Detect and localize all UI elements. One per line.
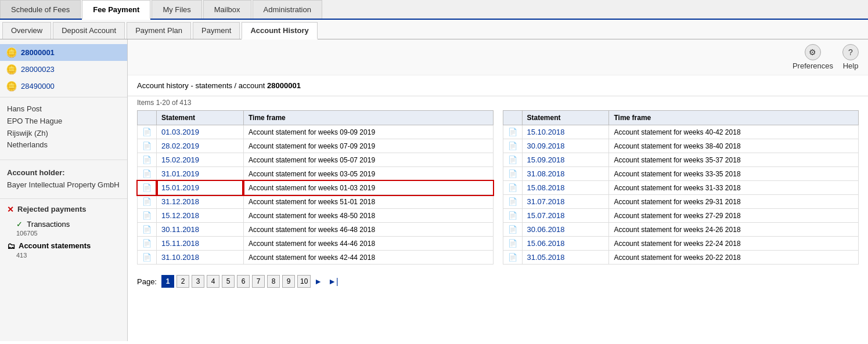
left-row-date-cell[interactable]: 15.01.2019 [157,181,244,195]
left-table-row[interactable]: 📄 31.10.2018 Account statement for weeks… [138,251,494,265]
page-btn-10[interactable]: 10 [297,275,311,288]
left-table-row[interactable]: 📄 15.01.2019 Account statement for weeks… [138,181,494,195]
right-table-row[interactable]: 📄 31.08.2018 Account statement for weeks… [503,167,859,181]
right-date-link[interactable]: 30.06.2018 [527,225,565,234]
left-table-row[interactable]: 📄 15.12.2018 Account statement for weeks… [138,209,494,223]
right-table-row[interactable]: 📄 15.08.2018 Account statement for weeks… [503,181,859,195]
left-col-icon-header [138,111,157,125]
left-row-date-cell[interactable]: 15.12.2018 [157,209,244,223]
right-row-date-cell[interactable]: 15.06.2018 [522,237,609,251]
right-table-row[interactable]: 📄 15.09.2018 Account statement for weeks… [503,153,859,167]
left-row-date-cell[interactable]: 15.11.2018 [157,237,244,251]
left-row-date-cell[interactable]: 28.02.2019 [157,139,244,153]
right-table-row[interactable]: 📄 15.07.2018 Account statement for weeks… [503,209,859,223]
right-row-date-cell[interactable]: 15.09.2018 [522,153,609,167]
page-btn-1[interactable]: 1 [161,275,174,288]
nav-my-files[interactable]: My Files [152,0,201,19]
right-date-link[interactable]: 15.09.2018 [527,155,565,164]
right-row-date-cell[interactable]: 30.09.2018 [522,139,609,153]
tab-account-history[interactable]: Account History [242,22,317,39]
left-row-date-cell[interactable]: 31.10.2018 [157,251,244,265]
left-row-date-cell[interactable]: 01.03.2019 [157,125,244,139]
page-last-arrow[interactable]: ►| [328,277,338,286]
right-table-row[interactable]: 📄 30.06.2018 Account statement for weeks… [503,223,859,237]
right-date-link[interactable]: 31.07.2018 [527,197,565,206]
right-date-link[interactable]: 15.08.2018 [527,183,565,192]
rejected-payments[interactable]: ✕ Rejected payments [0,201,127,218]
left-table-row[interactable]: 📄 28.02.2019 Account statement for weeks… [138,139,494,153]
left-table-row[interactable]: 📄 01.03.2019 Account statement for weeks… [138,125,494,139]
right-table-row[interactable]: 📄 31.07.2018 Account statement for weeks… [503,195,859,209]
left-row-date-cell[interactable]: 15.02.2019 [157,153,244,167]
preferences-icon: ⚙ [805,44,821,60]
page-next-arrow[interactable]: ► [314,277,322,286]
nav-administration[interactable]: Administration [253,0,322,19]
right-row-date-cell[interactable]: 30.06.2018 [522,223,609,237]
right-date-link[interactable]: 31.05.2018 [527,253,565,262]
page-btn-6[interactable]: 6 [237,275,250,288]
help-button[interactable]: ? Help [842,44,859,70]
right-date-link[interactable]: 31.08.2018 [527,169,565,178]
left-date-link[interactable]: 31.12.2018 [161,197,199,206]
left-date-link[interactable]: 31.10.2018 [161,253,199,262]
nav-schedule-of-fees[interactable]: Schedule of Fees [0,0,81,19]
right-row-date-cell[interactable]: 31.08.2018 [522,167,609,181]
right-row-date-cell[interactable]: 31.05.2018 [522,251,609,265]
left-date-link[interactable]: 30.11.2018 [161,225,199,234]
right-table-row[interactable]: 📄 30.09.2018 Account statement for weeks… [503,139,859,153]
doc-icon-small: 📄 [508,253,517,262]
left-row-date-cell[interactable]: 31.01.2019 [157,167,244,181]
sidebar-account-28000023[interactable]: 🪙 28000023 [0,61,127,78]
right-date-link[interactable]: 15.06.2018 [527,239,565,248]
transactions-item[interactable]: ✓ Transactions [0,218,127,230]
page-btn-7[interactable]: 7 [252,275,265,288]
user-name: Hans Post [7,104,42,113]
right-row-date-cell[interactable]: 31.07.2018 [522,195,609,209]
page-btn-5[interactable]: 5 [222,275,235,288]
tab-payment[interactable]: Payment [193,22,240,39]
left-row-icon-cell: 📄 [138,167,157,181]
right-date-link[interactable]: 30.09.2018 [527,142,565,150]
left-row-date-cell[interactable]: 31.12.2018 [157,195,244,209]
left-table-row[interactable]: 📄 30.11.2018 Account statement for weeks… [138,223,494,237]
page-btn-9[interactable]: 9 [282,275,295,288]
right-table-row[interactable]: 📄 15.06.2018 Account statement for weeks… [503,237,859,251]
right-row-icon-cell: 📄 [503,237,522,251]
left-table-row[interactable]: 📄 31.01.2019 Account statement for weeks… [138,167,494,181]
preferences-button[interactable]: ⚙ Preferences [793,44,833,70]
account-statements-item[interactable]: 🗂 Account statements [0,239,127,252]
tab-payment-plan[interactable]: Payment Plan [127,22,191,39]
page-btn-4[interactable]: 4 [207,275,219,288]
right-date-link[interactable]: 15.10.2018 [527,128,565,136]
left-date-link[interactable]: 28.02.2019 [161,142,199,150]
tab-overview[interactable]: Overview [2,22,51,39]
left-date-link[interactable]: 15.11.2018 [161,239,199,248]
nav-fee-payment[interactable]: Fee Payment [82,0,150,20]
doc-icon-small: 📄 [142,239,152,248]
right-row-date-cell[interactable]: 15.08.2018 [522,181,609,195]
page-btn-8[interactable]: 8 [267,275,280,288]
right-row-date-cell[interactable]: 15.07.2018 [522,209,609,223]
left-table-row[interactable]: 📄 15.11.2018 Account statement for weeks… [138,237,494,251]
tab-deposit-account[interactable]: Deposit Account [53,22,125,39]
right-date-link[interactable]: 15.07.2018 [527,211,565,220]
left-table-row[interactable]: 📄 31.12.2018 Account statement for weeks… [138,195,494,209]
right-table-row[interactable]: 📄 15.10.2018 Account statement for weeks… [503,125,859,139]
sidebar-account-28000001[interactable]: 🪙 28000001 [0,44,127,61]
right-row-date-cell[interactable]: 15.10.2018 [522,125,609,139]
left-date-link[interactable]: 15.02.2019 [161,155,199,164]
content-area: ⚙ Preferences ? Help Account history - s… [128,39,868,341]
left-row-date-cell[interactable]: 30.11.2018 [157,223,244,237]
page-btn-3[interactable]: 3 [192,275,204,288]
left-date-link[interactable]: 15.12.2018 [161,211,199,220]
right-table-row[interactable]: 📄 31.05.2018 Account statement for weeks… [503,251,859,265]
left-date-link[interactable]: 15.01.2019 [161,183,199,192]
left-table-row[interactable]: 📄 15.02.2019 Account statement for weeks… [138,153,494,167]
left-date-link[interactable]: 31.01.2019 [161,169,199,178]
page-btn-2[interactable]: 2 [177,275,189,288]
nav-mailbox[interactable]: Mailbox [203,0,251,19]
statements-table-wrapper: Statement Time frame 📄 01.03.2019 Accoun… [128,110,868,269]
left-date-link[interactable]: 01.03.2019 [161,128,199,136]
sidebar-account-28490000[interactable]: 🪙 28490000 [0,78,127,95]
doc-icon-small: 📄 [142,128,152,136]
